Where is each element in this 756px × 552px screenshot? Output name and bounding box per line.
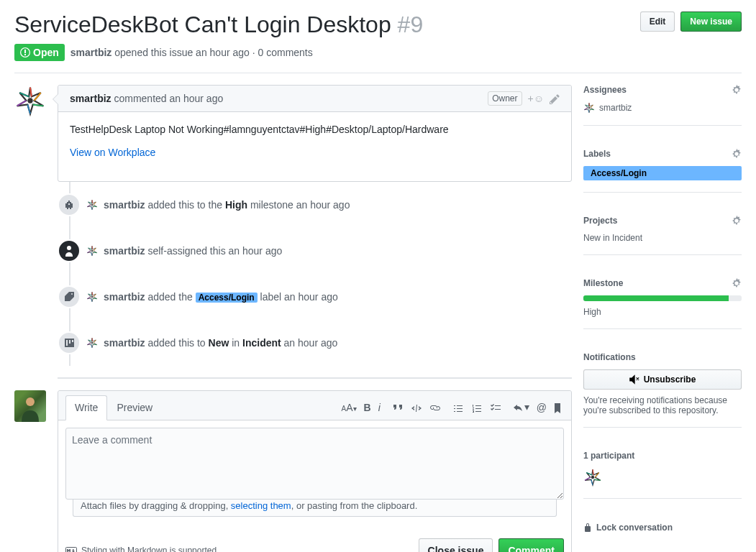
event-project: smartbiz added this to New in Incident a… bbox=[104, 337, 337, 349]
event-milestone: smartbiz added this to the High mileston… bbox=[104, 199, 350, 211]
comment-textarea[interactable] bbox=[65, 428, 564, 500]
sidebar-label-item[interactable]: Access/Login bbox=[583, 166, 742, 180]
author-avatar[interactable] bbox=[14, 85, 46, 116]
milestone-name[interactable]: High bbox=[583, 307, 742, 317]
code-icon[interactable] bbox=[411, 401, 422, 413]
text-size-icon[interactable]: AA▾ bbox=[342, 402, 357, 413]
edit-button[interactable]: Edit bbox=[640, 12, 675, 32]
task-list-icon[interactable] bbox=[490, 401, 501, 413]
number-list-icon[interactable] bbox=[471, 401, 483, 413]
labels-heading: Labels bbox=[583, 149, 611, 159]
mute-icon bbox=[629, 374, 639, 385]
notifications-heading: Notifications bbox=[583, 352, 636, 362]
event-label: smartbiz added the Access/Login label an… bbox=[104, 291, 338, 303]
preview-tab[interactable]: Preview bbox=[107, 395, 162, 420]
gear-icon[interactable] bbox=[732, 85, 742, 95]
assignees-heading: Assignees bbox=[583, 85, 627, 95]
assignee-item[interactable]: smartbiz bbox=[583, 102, 742, 114]
svg-point-1 bbox=[26, 397, 35, 406]
label-tag[interactable]: Access/Login bbox=[196, 293, 258, 303]
unsubscribe-button[interactable]: Unsubscribe bbox=[583, 369, 742, 390]
milestone-icon bbox=[58, 193, 81, 216]
lock-icon bbox=[583, 522, 592, 533]
event-avatar[interactable] bbox=[86, 291, 98, 303]
project-item[interactable]: New in Incident bbox=[583, 233, 742, 243]
person-icon bbox=[58, 239, 81, 262]
issue-title: ServiceDeskBot Can't Login Desktop #9 bbox=[14, 12, 423, 38]
meta-author[interactable]: smartbiz bbox=[70, 47, 112, 58]
state-badge: Open bbox=[14, 44, 65, 61]
gear-icon[interactable] bbox=[732, 149, 742, 159]
milestone-heading: Milestone bbox=[583, 278, 623, 288]
issue-number: #9 bbox=[398, 12, 424, 37]
participant-avatar[interactable] bbox=[583, 468, 602, 487]
projects-heading: Projects bbox=[583, 216, 617, 226]
bullet-list-icon[interactable] bbox=[452, 401, 464, 413]
markdown-icon bbox=[65, 547, 77, 553]
notifications-note: You're receiving notifications because y… bbox=[583, 395, 742, 415]
gear-icon[interactable] bbox=[732, 216, 742, 226]
markdown-toolbar: AA▾ B i bbox=[342, 401, 564, 413]
project-icon bbox=[58, 331, 81, 354]
bold-icon[interactable]: B bbox=[364, 402, 371, 413]
gear-icon[interactable] bbox=[732, 278, 742, 288]
add-reaction-icon[interactable]: +☺ bbox=[528, 93, 544, 104]
comment-header-text: smartbiz commented an hour ago bbox=[70, 93, 223, 104]
compose-box: Write Preview AA▾ B i bbox=[58, 390, 572, 552]
bookmark-icon[interactable] bbox=[554, 401, 561, 413]
comment: smartbiz commented an hour ago Owner +☺ … bbox=[58, 85, 572, 182]
tag-icon bbox=[58, 285, 81, 308]
italic-icon[interactable]: i bbox=[378, 402, 381, 413]
comment-button[interactable]: Comment bbox=[498, 538, 564, 552]
event-assign: smartbiz self-assigned this an hour ago bbox=[104, 245, 282, 257]
link-icon[interactable] bbox=[429, 401, 441, 413]
markdown-hint[interactable]: Styling with Markdown is supported bbox=[65, 546, 217, 552]
workplace-link[interactable]: View on Workplace bbox=[70, 147, 155, 158]
lock-conversation[interactable]: Lock conversation bbox=[583, 510, 742, 533]
issue-meta: smartbiz opened this issue an hour ago ·… bbox=[70, 47, 313, 58]
issue-title-text: ServiceDeskBot Can't Login Desktop bbox=[14, 12, 391, 37]
edit-comment-icon[interactable] bbox=[550, 92, 560, 104]
comment-author[interactable]: smartbiz bbox=[70, 93, 111, 104]
close-issue-button[interactable]: Close issue bbox=[419, 538, 493, 552]
comment-body-text: TestHelpDesk Laptop Not Working#lamnguye… bbox=[70, 124, 560, 135]
new-issue-button[interactable]: New issue bbox=[680, 12, 742, 32]
current-user-avatar[interactable] bbox=[14, 390, 46, 422]
event-avatar[interactable] bbox=[86, 199, 98, 211]
reply-icon[interactable]: ▾ bbox=[513, 401, 529, 413]
participants-heading: 1 participant bbox=[583, 451, 634, 461]
quote-icon[interactable] bbox=[392, 401, 404, 413]
milestone-progress bbox=[583, 295, 742, 301]
write-tab[interactable]: Write bbox=[65, 395, 107, 420]
event-avatar[interactable] bbox=[86, 337, 98, 349]
owner-badge: Owner bbox=[488, 91, 522, 106]
event-avatar[interactable] bbox=[86, 245, 98, 257]
mention-icon[interactable]: @ bbox=[537, 402, 547, 413]
issue-open-icon bbox=[20, 47, 30, 58]
